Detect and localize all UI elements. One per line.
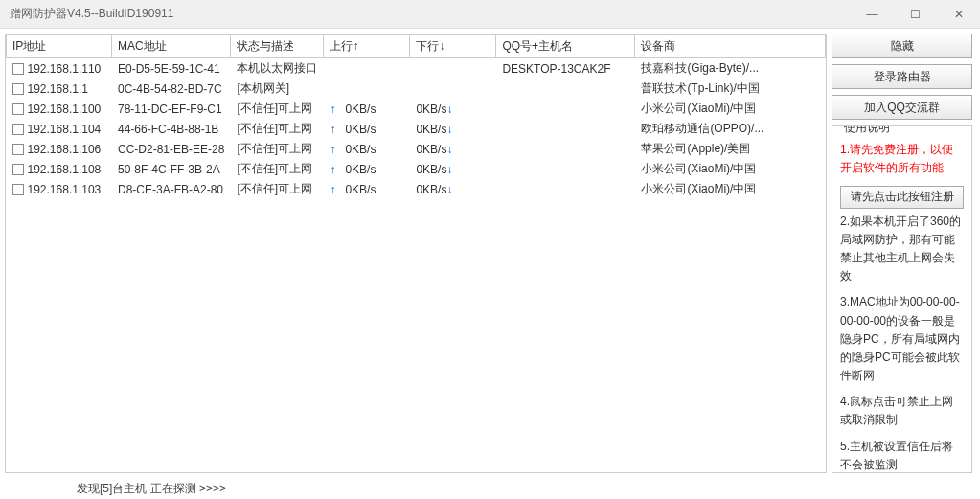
cell-qq xyxy=(496,179,635,199)
table-body: 192.168.1.110E0-D5-5E-59-1C-41本机以太网接口DES… xyxy=(7,58,826,200)
cell-down: 0KB/s↓ xyxy=(410,139,496,159)
row-checkbox[interactable] xyxy=(12,63,24,75)
device-table-wrapper: IP地址 MAC地址 状态与描述 上行↑ 下行↓ QQ号+主机名 设备商 192… xyxy=(6,34,826,472)
table-row[interactable]: 192.168.1.10444-66-FC-4B-88-1B[不信任]可上网↑ … xyxy=(7,119,826,139)
minimize-button[interactable]: — xyxy=(851,0,894,29)
panel-title: 使用说明 xyxy=(840,125,964,137)
cell-up: ↑ 0KB/s xyxy=(324,159,410,179)
cell-vendor: 普联技术(Tp-Link)/中国 xyxy=(635,79,826,99)
cell-vendor: 欧珀移动通信(OPPO)/... xyxy=(635,119,826,139)
table-row[interactable]: 192.168.1.106CC-D2-81-EB-EE-28[不信任]可上网↑ … xyxy=(7,139,826,159)
cell-ip: 192.168.1.108 xyxy=(7,159,112,179)
close-button[interactable]: ✕ xyxy=(937,0,980,29)
down-arrow-icon: ↓ xyxy=(446,143,452,156)
cell-mac: 78-11-DC-EF-F9-C1 xyxy=(112,99,231,119)
cell-up xyxy=(324,58,410,79)
up-arrow-icon: ↑ xyxy=(330,143,335,156)
cell-up: ↑ 0KB/s xyxy=(324,119,410,139)
cell-down: 0KB/s↓ xyxy=(410,159,496,179)
cell-qq: DESKTOP-13CAK2F xyxy=(496,58,635,79)
instructions-panel: 使用说明 1.请先免费注册，以便开启软件的所有功能 请先点击此按钮注册 2.如果… xyxy=(832,125,972,473)
cell-mac: D8-CE-3A-FB-A2-80 xyxy=(112,179,231,199)
cell-down xyxy=(410,79,496,99)
cell-mac: 44-66-FC-4B-88-1B xyxy=(112,119,231,139)
cell-down xyxy=(410,58,496,79)
login-router-button[interactable]: 登录路由器 xyxy=(832,64,972,89)
cell-ip: 192.168.1.100 xyxy=(7,99,112,119)
cell-status: [不信任]可上网 xyxy=(231,119,324,139)
down-arrow-icon: ↓ xyxy=(446,163,452,176)
cell-vendor: 苹果公司(Apple)/美国 xyxy=(635,139,826,159)
row-checkbox[interactable] xyxy=(12,184,24,195)
cell-down: 0KB/s↓ xyxy=(410,99,496,119)
cell-qq xyxy=(496,79,635,99)
status-text: 发现[5]台主机 正在探测 >>>> xyxy=(77,481,226,497)
cell-status: [本机网关] xyxy=(231,79,324,99)
cell-up: ↑ 0KB/s xyxy=(324,179,410,199)
titlebar: 蹭网防护器V4.5--BuildID190911 — ☐ ✕ xyxy=(0,0,980,29)
window-title: 蹭网防护器V4.5--BuildID190911 xyxy=(10,6,851,22)
row-checkbox[interactable] xyxy=(12,124,24,135)
cell-status: [不信任]可上网 xyxy=(231,179,324,199)
cell-vendor: 小米公司(XiaoMi)/中国 xyxy=(635,99,826,119)
tip-3: 3.MAC地址为00-00-00-00-00-00的设备一般是隐身PC，所有局域… xyxy=(840,293,964,385)
cell-status: [不信任]可上网 xyxy=(231,99,324,119)
tip-2: 2.如果本机开启了360的局域网防护，那有可能禁止其他主机上网会失效 xyxy=(840,213,964,286)
device-table: IP地址 MAC地址 状态与描述 上行↑ 下行↓ QQ号+主机名 设备商 192… xyxy=(6,34,826,199)
cell-up: ↑ 0KB/s xyxy=(324,139,410,159)
cell-vendor: 技嘉科技(Giga-Byte)/... xyxy=(635,58,826,79)
cell-status: 本机以太网接口 xyxy=(231,58,324,79)
col-header-ip[interactable]: IP地址 xyxy=(7,35,112,58)
row-checkbox[interactable] xyxy=(12,103,24,115)
down-arrow-icon: ↓ xyxy=(446,183,452,196)
cell-qq xyxy=(496,119,635,139)
tip-1: 1.请先免费注册，以便开启软件的所有功能 xyxy=(840,141,964,177)
register-button[interactable]: 请先点击此按钮注册 xyxy=(840,186,964,209)
table-row[interactable]: 192.168.1.10850-8F-4C-FF-3B-2A[不信任]可上网↑ … xyxy=(7,159,826,179)
up-arrow-icon: ↑ xyxy=(330,102,335,116)
cell-qq xyxy=(496,99,635,119)
cell-ip: 192.168.1.1 xyxy=(7,79,112,99)
cell-ip: 192.168.1.104 xyxy=(7,119,112,139)
col-header-qq[interactable]: QQ号+主机名 xyxy=(496,35,635,58)
table-row[interactable]: 192.168.1.103D8-CE-3A-FB-A2-80[不信任]可上网↑ … xyxy=(7,179,826,199)
cell-ip: 192.168.1.103 xyxy=(7,179,112,199)
col-header-up[interactable]: 上行↑ xyxy=(324,35,410,58)
table-row[interactable]: 192.168.1.110E0-D5-5E-59-1C-41本机以太网接口DES… xyxy=(7,58,826,79)
down-arrow-icon: ↓ xyxy=(446,123,452,136)
cell-qq xyxy=(496,159,635,179)
col-header-mac[interactable]: MAC地址 xyxy=(112,35,231,58)
cell-ip: 192.168.1.106 xyxy=(7,139,112,159)
join-qq-button[interactable]: 加入QQ交流群 xyxy=(832,95,972,120)
window-controls: — ☐ ✕ xyxy=(851,0,980,29)
up-arrow-icon: ↑ xyxy=(330,183,335,196)
cell-up: ↑ 0KB/s xyxy=(324,99,410,119)
cell-status: [不信任]可上网 xyxy=(231,159,324,179)
row-checkbox[interactable] xyxy=(12,164,24,175)
cell-ip: 192.168.1.110 xyxy=(7,58,112,79)
cell-mac: E0-D5-5E-59-1C-41 xyxy=(112,58,231,79)
side-panel: 隐藏 登录路由器 加入QQ交流群 使用说明 1.请先免费注册，以便开启软件的所有… xyxy=(832,29,980,478)
table-header-row: IP地址 MAC地址 状态与描述 上行↑ 下行↓ QQ号+主机名 设备商 xyxy=(7,35,826,58)
up-arrow-icon: ↑ xyxy=(330,163,335,176)
cell-mac: 0C-4B-54-82-BD-7C xyxy=(112,79,231,99)
cell-mac: CC-D2-81-EB-EE-28 xyxy=(112,139,231,159)
col-header-vendor[interactable]: 设备商 xyxy=(635,35,826,58)
up-arrow-icon: ↑ xyxy=(330,123,335,136)
cell-vendor: 小米公司(XiaoMi)/中国 xyxy=(635,159,826,179)
table-row[interactable]: 192.168.1.10078-11-DC-EF-F9-C1[不信任]可上网↑ … xyxy=(7,99,826,119)
cell-qq xyxy=(496,139,635,159)
row-checkbox[interactable] xyxy=(12,144,24,155)
col-header-status[interactable]: 状态与描述 xyxy=(231,35,324,58)
maximize-button[interactable]: ☐ xyxy=(894,0,937,29)
tip-5: 5.主机被设置信任后将不会被监测 xyxy=(840,438,964,473)
status-bar: 发现[5]台主机 正在探测 >>>> xyxy=(0,478,980,499)
cell-status: [不信任]可上网 xyxy=(231,139,324,159)
table-row[interactable]: 192.168.1.10C-4B-54-82-BD-7C[本机网关]普联技术(T… xyxy=(7,79,826,99)
col-header-down[interactable]: 下行↓ xyxy=(410,35,496,58)
hide-button[interactable]: 隐藏 xyxy=(832,34,972,58)
cell-up xyxy=(324,79,410,99)
main-content: IP地址 MAC地址 状态与描述 上行↑ 下行↓ QQ号+主机名 设备商 192… xyxy=(0,29,980,478)
row-checkbox[interactable] xyxy=(12,83,24,95)
tip-4: 4.鼠标点击可禁止上网或取消限制 xyxy=(840,393,964,429)
